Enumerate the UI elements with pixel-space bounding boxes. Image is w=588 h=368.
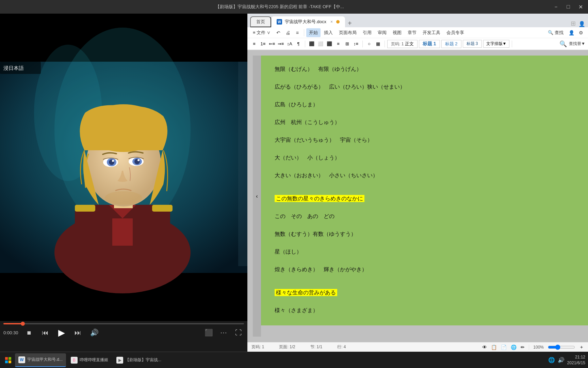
review-menu-item[interactable]: 审阅 (375, 28, 389, 37)
start-menu-item[interactable]: 开始 (306, 28, 321, 37)
print-button[interactable]: 🖨 (283, 28, 292, 37)
justify-btn[interactable]: ≡ (334, 40, 342, 48)
next-button[interactable]: ⏭ (72, 327, 83, 338)
status-view-btn-2[interactable]: 📋 (491, 344, 497, 350)
close-button[interactable]: ✕ (576, 2, 585, 12)
home-tab[interactable]: 首页 (250, 16, 271, 27)
doc-tab[interactable]: W 宇宙战甲大和号.docx × (271, 16, 345, 27)
time-current: 0:00:30 (3, 330, 18, 335)
member-menu-item[interactable]: 会员专享 (444, 28, 467, 37)
taskbar-word-item[interactable]: W 宇宙战甲大和号.d... (15, 353, 66, 367)
status-view-btn-3[interactable]: 📄 (501, 344, 507, 350)
shape-group: ○ ▦ (365, 40, 382, 48)
style-normal[interactable]: 页码: 1 正文 (387, 40, 418, 48)
progress-thumb[interactable] (21, 322, 25, 326)
zoom-slider[interactable] (548, 344, 575, 350)
maximize-button[interactable]: □ (564, 2, 573, 12)
doc-spacer-12 (275, 259, 577, 264)
doc-spacer-4 (275, 129, 577, 135)
fmt-sep-2 (362, 41, 363, 47)
zoom-plus-btn[interactable]: ＋ (579, 344, 584, 350)
shape-btn[interactable]: ○ (365, 40, 373, 48)
doc-line-5: 大宇宙（だいうちゅう） 宇宙（そら） (275, 135, 577, 145)
sort-btn[interactable]: ↕A (285, 40, 294, 48)
doc-spacer-3 (275, 111, 577, 117)
status-edit-btn[interactable]: ✏ (521, 344, 525, 350)
doc-line-4: 広州 杭州（こうしゅう） (275, 117, 577, 128)
taskbar-clock: 21:12 2021/6/15 (567, 354, 585, 366)
start-button[interactable] (3, 355, 14, 366)
doc-page: 無限（むげん） 有限（ゆうげん） 広がる（ひろがる） 広い（ひろい）狭い（せまい… (261, 56, 588, 325)
tab-close-button[interactable]: × (330, 19, 333, 24)
settings-icon-btn[interactable]: ⚙ (576, 28, 585, 37)
align-center-btn[interactable]: ⬜ (316, 40, 325, 48)
word-doc-panel: 首页 W 宇宙战甲大和号.docx × + ⊞ 👤 ≡ 文件 ∨ (247, 14, 588, 352)
columns-btn[interactable]: ⊞ (343, 40, 351, 48)
ref-menu-item[interactable]: 引用 (360, 28, 374, 37)
align-right-btn[interactable]: ⬛ (325, 40, 333, 48)
svg-rect-6 (112, 218, 133, 246)
scroll-arrow-left[interactable]: ‹ (253, 56, 261, 337)
window-title: 【剧场版】宇宙战舰大和号2205 新的启程 前章 -TAKE OFF【中... (8, 4, 551, 10)
view-menu-item[interactable]: 视图 (390, 28, 404, 37)
screenshot-button[interactable]: ⬛ (203, 327, 214, 338)
more-options-button[interactable]: ⋯ (218, 327, 229, 338)
taskbar-word-icon: W (18, 356, 25, 363)
section-menu-item[interactable]: 章节 (405, 28, 419, 37)
doc-content-area[interactable]: ‹ 無限（むげん） 有限（ゆうげん） 広がる（ひろがる） 広い（ひろい）狭い（せ… (247, 50, 588, 342)
indent-increase-btn[interactable]: ⇒≡ (277, 40, 285, 48)
unordered-list-btn[interactable]: ≡ (250, 40, 258, 48)
stop-button[interactable]: ■ (23, 327, 34, 338)
undo-button[interactable]: ↶ (274, 28, 283, 37)
taskbar-icons-area: 🌐 🔊 (548, 357, 565, 363)
dev-menu-item[interactable]: 开发工具 (420, 28, 443, 37)
progress-bar[interactable] (3, 323, 244, 324)
find-button[interactable]: 🔍 查找 (545, 28, 566, 37)
style-h3[interactable]: 标题 3 (463, 40, 482, 48)
style-h1[interactable]: 标题 1 (419, 40, 440, 48)
doc-line-1: 無限（むげん） 有限（ゆうげん） (275, 64, 577, 75)
doc-spacer-11 (275, 241, 577, 246)
status-view-btn-4[interactable]: 🌐 (511, 344, 517, 350)
taskbar-bilibili-item[interactable]: B 哔哩哔哩直播姬 (67, 353, 112, 367)
taskbar-video-icon: ▶ (116, 357, 123, 364)
show-hide-btn[interactable]: ¶ (294, 40, 303, 48)
file-menu[interactable]: ≡ 文件 ∨ (250, 28, 273, 37)
style-h2[interactable]: 标题 2 (441, 40, 461, 48)
fullscreen-button[interactable]: ⛶ (233, 327, 244, 338)
status-view-btn-1[interactable]: 👁 (482, 344, 487, 350)
status-total: 页面: 1/2 (279, 344, 295, 350)
doc-spacer-2 (275, 94, 577, 99)
doc-line-6: 大（だい） 小（しょう） (275, 152, 577, 163)
doc-spacer-5 (275, 147, 577, 152)
status-sep (529, 344, 529, 350)
spacing-btn[interactable]: ↕≡ (352, 40, 360, 48)
find-icon-btn[interactable]: 🔍 (559, 40, 568, 48)
highlight-text-1: この無数の星々のきらめきのなかに (275, 195, 364, 202)
status-separator-3 (328, 344, 332, 350)
align-left-btn[interactable]: ⬛ (308, 40, 316, 48)
svg-rect-7 (75, 205, 95, 212)
user-avatar[interactable]: 👤 (578, 21, 585, 27)
indent-decrease-btn[interactable]: ⇐≡ (268, 40, 276, 48)
fmt-sep (305, 41, 305, 47)
find-replace-btn[interactable]: 查找替▼ (569, 41, 585, 47)
new-tab-button[interactable]: + (346, 19, 353, 27)
network-icon: 🌐 (548, 357, 555, 363)
more-styles-btn[interactable]: 文字排版▼ (483, 40, 510, 48)
taskbar-video-item[interactable]: ▶ 【剧场版】宇宙战... (113, 353, 165, 367)
minimize-button[interactable]: － (551, 2, 561, 12)
doc-line-3: 広島（ひろしま） (275, 99, 577, 110)
prev-button[interactable]: ⏮ (40, 327, 51, 338)
insert-menu-item[interactable]: 插入 (321, 28, 336, 37)
svg-point-20 (105, 191, 142, 205)
fmt-sep-3 (385, 41, 385, 47)
format-button[interactable]: ≡ (293, 28, 302, 37)
layout-menu-item[interactable]: 页面布局 (336, 28, 359, 37)
volume-button[interactable]: 🔊 (89, 327, 100, 338)
border-btn[interactable]: ▦ (374, 40, 382, 48)
play-button[interactable]: ▶ (56, 327, 67, 338)
user-icon-btn[interactable]: 👤 (567, 28, 576, 37)
tab-grid-button[interactable]: ⊞ (571, 20, 576, 27)
ordered-list-btn[interactable]: 1≡ (259, 40, 267, 48)
